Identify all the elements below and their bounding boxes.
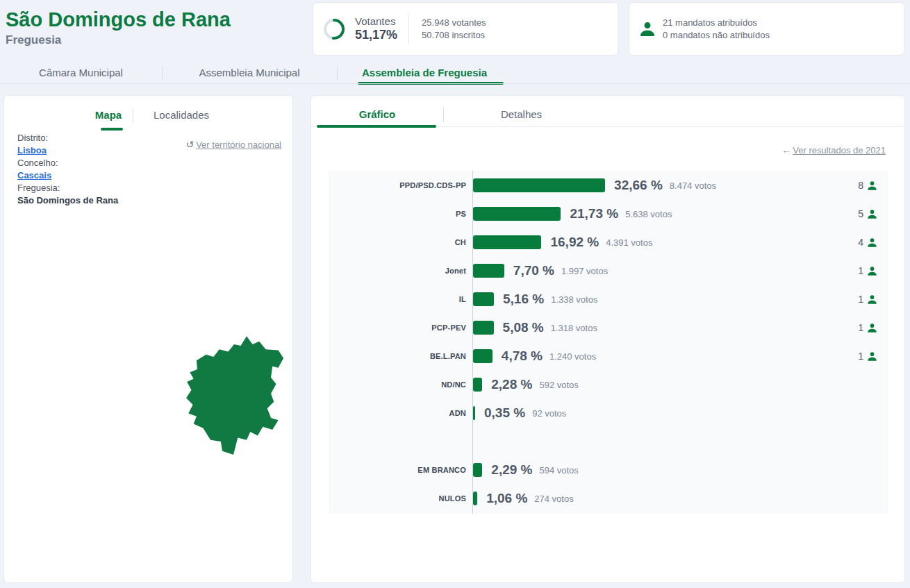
party-label: ADN bbox=[329, 403, 466, 423]
votes-value: 1.338 votos bbox=[551, 294, 597, 305]
chart-row: ND/NC2,28 %592 votos bbox=[329, 375, 888, 394]
council-link[interactable]: Cascais bbox=[17, 170, 51, 180]
percent-value: 7,70 % bbox=[513, 263, 554, 278]
bar-group: 1,06 %274 votos bbox=[473, 489, 574, 508]
mandates-count: 1 bbox=[858, 351, 863, 362]
turnout-card: Votantes 51,17% 25.948 votantes 50.708 i… bbox=[313, 2, 618, 56]
result-bar[interactable] bbox=[473, 292, 494, 306]
reset-territory-link[interactable]: ↺Ver território nacional bbox=[185, 139, 281, 150]
mandates-attributed: 21 mandatos atribuídos bbox=[663, 17, 770, 29]
chart-row: Jonet7,70 %1.997 votos1 bbox=[329, 261, 888, 280]
person-icon bbox=[867, 209, 877, 219]
chart-row: NULOS1,06 %274 votos bbox=[329, 489, 888, 508]
tab-grafico[interactable]: Gráfico bbox=[311, 106, 443, 124]
mandates-count: 1 bbox=[858, 322, 863, 333]
district-link[interactable]: Lisboa bbox=[17, 145, 47, 156]
registered-count: 50.708 inscritos bbox=[422, 29, 486, 42]
result-bar[interactable] bbox=[473, 235, 541, 249]
result-bar[interactable] bbox=[473, 349, 493, 363]
turnout-label: Votantes bbox=[355, 15, 397, 27]
turnout-summary: Votantes 51,17% bbox=[355, 15, 397, 42]
bar-group: 5,08 %1.318 votos bbox=[473, 318, 597, 337]
result-bar[interactable] bbox=[473, 463, 482, 477]
page-title: São Domingos de Rana bbox=[6, 8, 231, 31]
person-icon bbox=[867, 180, 877, 191]
percent-value: 4,78 % bbox=[502, 348, 543, 364]
votes-value: 594 votos bbox=[539, 465, 578, 476]
bar-group: 0,35 %92 votos bbox=[473, 403, 566, 423]
mandates-badge: 1 bbox=[858, 318, 877, 337]
undo-icon: ↺ bbox=[185, 139, 194, 150]
result-bar[interactable] bbox=[473, 406, 475, 420]
mandates-count: 4 bbox=[858, 237, 863, 248]
chart-row: PS21,73 %5.638 votos5 bbox=[329, 204, 888, 224]
votes-value: 5.638 votos bbox=[625, 209, 672, 219]
party-label: EM BRANCO bbox=[329, 460, 466, 480]
chart-row: CH16,92 %4.391 votos4 bbox=[329, 233, 888, 252]
mandates-count: 8 bbox=[858, 180, 863, 191]
organ-tabs: Câmara Municipal Assembleia Municipal As… bbox=[0, 62, 521, 84]
chart-row: PCP-PEV5,08 %1.318 votos1 bbox=[329, 318, 888, 337]
percent-value: 32,66 % bbox=[614, 178, 663, 193]
chart-row: PPD/PSD.CDS-PP32,66 %8.474 votos8 bbox=[329, 176, 888, 195]
bar-group: 2,29 %594 votos bbox=[473, 460, 579, 480]
percent-value: 2,28 % bbox=[491, 377, 532, 392]
parish-name: São Domingos de Rana bbox=[17, 194, 118, 207]
party-label: PCP-PEV bbox=[329, 318, 466, 337]
percent-value: 5,16 % bbox=[503, 292, 544, 307]
chart-row: EM BRANCO2,29 %594 votos bbox=[329, 460, 888, 480]
tab-detalhes[interactable]: Detalhes bbox=[443, 106, 599, 124]
district-label: Distrito: bbox=[17, 132, 118, 144]
result-bar[interactable] bbox=[473, 492, 477, 505]
person-icon bbox=[867, 237, 877, 248]
council-label: Concelho: bbox=[17, 157, 118, 169]
party-label: BE.L.PAN bbox=[329, 346, 466, 366]
chart-row: BE.L.PAN4,78 %1.240 votos1 bbox=[329, 346, 888, 366]
bar-group: 5,16 %1.338 votos bbox=[473, 289, 597, 309]
active-tab-underline bbox=[317, 125, 436, 128]
bar-group: 4,78 %1.240 votos bbox=[473, 346, 596, 366]
previous-results-link[interactable]: ←Ver resultados de 2021 bbox=[781, 144, 886, 156]
mandates-summary: 21 mandatos atribuídos 0 mandatos não at… bbox=[663, 17, 770, 42]
percent-value: 21,73 % bbox=[570, 206, 618, 221]
tab-assembleia-municipal[interactable]: Assembleia Municipal bbox=[162, 62, 337, 83]
result-bar[interactable] bbox=[473, 321, 494, 335]
result-bar[interactable] bbox=[473, 264, 504, 278]
bar-group: 21,73 %5.638 votos bbox=[473, 204, 672, 224]
person-icon bbox=[867, 266, 877, 276]
party-label: NULOS bbox=[329, 489, 466, 508]
tab-mapa[interactable]: Mapa bbox=[81, 106, 136, 124]
result-bar[interactable] bbox=[473, 178, 605, 192]
votes-value: 1.240 votos bbox=[549, 351, 596, 362]
tab-camara-municipal[interactable]: Câmara Municipal bbox=[0, 62, 162, 83]
bar-group: 32,66 %8.474 votos bbox=[473, 176, 716, 195]
arrow-left-icon: ← bbox=[781, 144, 791, 156]
votes-value: 274 votos bbox=[534, 494, 573, 504]
mandates-badge: 1 bbox=[858, 346, 877, 366]
bar-group: 7,70 %1.997 votos bbox=[473, 261, 608, 280]
voters-count: 25.948 votantes bbox=[422, 17, 486, 29]
mandates-count: 1 bbox=[858, 294, 863, 305]
party-label: Jonet bbox=[329, 261, 466, 280]
mandates-badge: 4 bbox=[858, 233, 877, 252]
percent-value: 16,92 % bbox=[550, 235, 599, 250]
page-subtitle: Freguesia bbox=[6, 33, 61, 47]
result-bar[interactable] bbox=[473, 207, 561, 221]
percent-value: 2,29 % bbox=[491, 462, 532, 478]
mandates-count: 1 bbox=[858, 265, 863, 276]
tab-localidades[interactable]: Localidades bbox=[143, 106, 220, 124]
parish-label: Freguesia: bbox=[17, 182, 118, 194]
party-label: PS bbox=[329, 204, 466, 224]
bar-group: 2,28 %592 votos bbox=[473, 375, 579, 394]
tab-assembleia-de-freguesia[interactable]: Assembleia de Freguesia bbox=[337, 62, 512, 83]
result-bar[interactable] bbox=[473, 378, 482, 392]
party-label: CH bbox=[329, 233, 466, 252]
active-tab-underline bbox=[101, 128, 123, 131]
percent-value: 0,35 % bbox=[484, 405, 525, 421]
turnout-details: 25.948 votantes 50.708 inscritos bbox=[422, 17, 486, 42]
parish-map[interactable] bbox=[182, 333, 286, 455]
party-label: PPD/PSD.CDS-PP bbox=[329, 176, 466, 195]
person-icon bbox=[867, 323, 877, 333]
votes-value: 592 votos bbox=[539, 380, 578, 390]
results-bar-chart: PPD/PSD.CDS-PP32,66 %8.474 votos8PS21,73… bbox=[329, 171, 888, 514]
